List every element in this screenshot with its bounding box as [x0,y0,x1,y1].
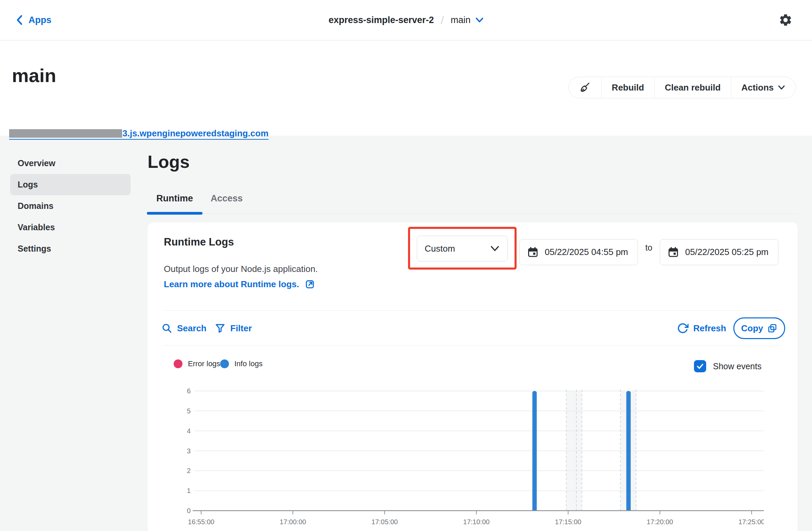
date-from-value: 05/22/2025 04:55 pm [545,247,628,257]
svg-text:17:25:00: 17:25:00 [738,518,764,526]
card-description: Output logs of your Node.js application. [164,264,318,274]
chevron-down-icon [490,246,500,252]
date-to-input[interactable]: 05/22/2025 05:25 pm [660,239,779,265]
to-label: to [638,243,660,253]
actions-label: Actions [741,83,774,93]
learn-more-link[interactable]: Learn more about Runtime logs. [164,279,316,290]
svg-text:6: 6 [187,387,191,395]
divider [164,310,782,311]
legend-error-logs: Error logs [174,359,220,368]
chevron-down-icon [475,17,483,23]
time-range-value: Custom [425,244,455,254]
broom-icon [579,82,591,93]
sidebar-item-variables[interactable]: Variables [10,217,131,238]
sidebar-item-overview[interactable]: Overview [10,152,131,174]
breadcrumb: express-simple-server-2 / main [329,0,484,40]
filter-button[interactable]: Filter [215,321,252,336]
copy-icon [767,323,778,333]
error-logs-label: Error logs [188,359,220,368]
environment-actions-group: Rebuild Clean rebuild Actions [568,77,796,98]
environment-sidebar: Overview Logs Domains Variables Settings [10,152,131,260]
tab-access[interactable]: Access [202,184,252,213]
environment-header: main 3.js.wpenginepoweredstaging.com Reb… [0,41,812,136]
svg-text:17:10:00: 17:10:00 [463,518,490,526]
checkmark-icon [696,362,705,371]
rebuild-label: Rebuild [612,83,644,93]
domain-link-text: 3.js.wpenginepoweredstaging.com [122,129,269,138]
page-title: Logs [147,152,798,171]
date-to-value: 05/22/2025 05:25 pm [685,247,769,257]
purge-cache-button[interactable] [569,77,601,98]
environment-domain-link[interactable]: 3.js.wpenginepoweredstaging.com [9,126,269,140]
filter-funnel-icon [215,323,226,334]
divider [164,345,782,345]
logs-tabs: Runtime Access [147,184,798,213]
time-range-select[interactable]: Custom [417,236,508,262]
redaction-box [9,129,122,138]
show-events-checkbox[interactable] [694,360,706,372]
tab-runtime[interactable]: Runtime [147,184,202,213]
chevron-down-icon [778,85,785,90]
svg-text:1: 1 [187,487,191,495]
filter-label: Filter [230,323,252,334]
clean-rebuild-button[interactable]: Clean rebuild [654,77,731,98]
top-bar: Apps express-simple-server-2 / main [0,0,812,40]
search-icon [161,323,172,334]
rebuild-button[interactable]: Rebuild [601,77,654,98]
sidebar-item-logs[interactable]: Logs [10,174,131,195]
svg-text:16:55:00: 16:55:00 [188,518,214,526]
date-from-input[interactable]: 05/22/2025 04:55 pm [519,239,638,265]
back-label: Apps [29,15,52,26]
svg-text:5: 5 [187,407,191,415]
refresh-button[interactable]: Refresh [677,321,726,336]
info-logs-label: Info logs [234,359,262,368]
error-logs-dot [174,359,183,368]
svg-text:17:15:00: 17:15:00 [555,518,581,526]
sidebar-item-domains[interactable]: Domains [10,195,131,217]
settings-gear-button[interactable] [778,13,793,28]
environment-name: main [451,15,471,26]
logs-main: Logs Runtime Access Runtime Logs Output … [147,152,798,171]
show-events-label: Show events [713,362,762,371]
refresh-icon [677,323,688,334]
back-to-apps-link[interactable]: Apps [16,0,52,40]
show-events-toggle[interactable]: Show events [694,360,762,372]
card-title: Runtime Logs [164,236,234,248]
learn-more-label: Learn more about Runtime logs. [164,279,299,290]
svg-text:2: 2 [187,467,191,474]
svg-text:17:00:00: 17:00:00 [280,518,306,526]
calendar-icon [527,247,539,258]
environment-title: main [12,65,56,86]
sidebar-item-settings[interactable]: Settings [10,238,131,260]
svg-text:4: 4 [187,427,191,435]
svg-text:17:20:00: 17:20:00 [647,518,673,526]
copy-label: Copy [741,323,763,334]
clean-rebuild-label: Clean rebuild [665,83,721,93]
refresh-label: Refresh [693,323,726,334]
runtime-logs-card: Runtime Logs Output logs of your Node.js… [147,222,798,531]
breadcrumb-separator: / [440,14,444,27]
info-logs-dot [220,359,229,368]
app-screen: Apps express-simple-server-2 / main main… [0,0,812,531]
actions-menu-button[interactable]: Actions [731,77,795,98]
gear-icon [779,13,793,27]
svg-text:3: 3 [187,447,191,455]
svg-text:17:05:00: 17:05:00 [372,518,398,526]
svg-text:0: 0 [187,507,191,514]
external-link-icon [305,279,316,290]
calendar-icon [667,247,679,258]
search-label: Search [177,323,206,334]
copy-button[interactable]: Copy [733,318,785,339]
environment-dropdown[interactable]: main [451,15,484,26]
legend-info-logs: Info logs [220,359,262,368]
runtime-logs-chart: 012345616:55:0017:00:0017:05:0017:10:001… [183,386,764,531]
search-button[interactable]: Search [161,321,206,336]
breadcrumb-app-name: express-simple-server-2 [329,15,434,26]
chevron-left-icon [16,15,23,26]
